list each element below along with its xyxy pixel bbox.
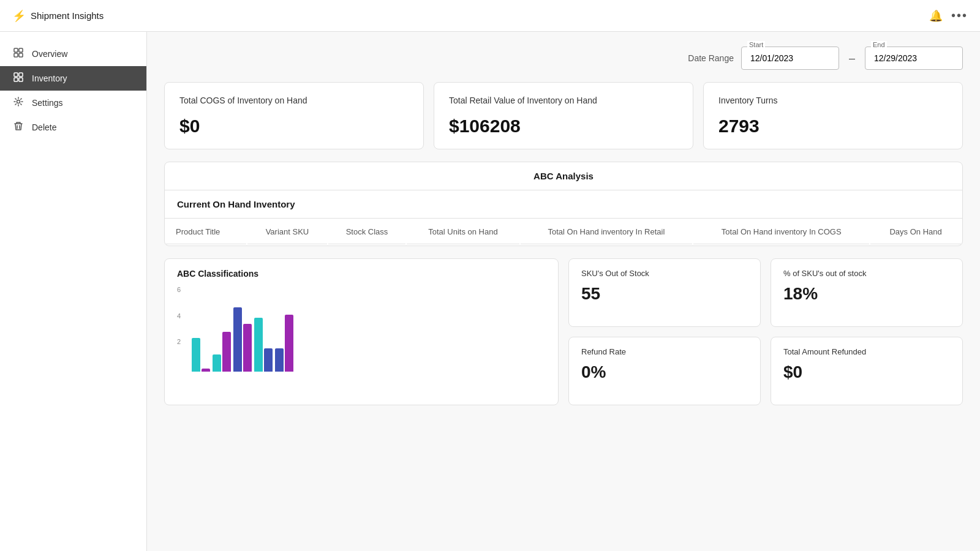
bar-purple-1	[202, 369, 210, 372]
topbar: ⚡ Shipment Insights 🔔 •••	[0, 0, 980, 32]
abc-section-title: ABC Analysis	[165, 162, 962, 190]
bar-purple-3	[243, 324, 252, 372]
start-label: Start	[747, 41, 765, 48]
bar-group-2	[213, 332, 231, 372]
cogs-title: Total COGS of Inventory on Hand	[179, 95, 409, 107]
date-start-group: Start	[741, 47, 839, 70]
refund-rate-title: Refund Rate	[581, 347, 748, 356]
sidebar-item-overview[interactable]: Overview	[0, 42, 146, 66]
svg-rect-3	[19, 53, 23, 57]
main-content: Date Range Start – End Total COGS of Inv…	[147, 32, 980, 551]
svg-rect-6	[14, 78, 18, 81]
stat-card-retail: Total Retail Value of Inventory on Hand …	[434, 82, 693, 149]
sidebar-settings-label: Settings	[32, 98, 63, 108]
col-units-on-hand: Total Units on Hand	[407, 220, 519, 244]
sidebar-delete-label: Delete	[32, 122, 56, 132]
svg-rect-0	[14, 48, 18, 52]
bar-teal-1	[192, 338, 200, 372]
classifications-card: ABC Classifications 6 4 2 0	[164, 258, 559, 405]
stat-card-turns: Inventory Turns 2793	[703, 82, 963, 149]
skus-out-of-stock-card: SKU's Out of Stock 55	[568, 258, 761, 327]
total-refunded-value: $0	[783, 362, 950, 382]
stat-cards-row: Total COGS of Inventory on Hand $0 Total…	[164, 82, 963, 149]
total-refunded-card: Total Amount Refunded $0	[771, 337, 963, 405]
cogs-value: $0	[179, 116, 409, 137]
date-range-label: Date Range	[688, 53, 734, 63]
col-cogs-value: Total On Hand inventory In COGS	[693, 220, 869, 244]
bar-group-3	[233, 307, 252, 372]
y-label-6: 6	[177, 286, 181, 293]
date-end-group: End	[865, 47, 963, 70]
bar-group-1	[192, 338, 210, 372]
abc-sub-header: Current On Hand Inventory	[165, 190, 962, 219]
bar-teal-2	[213, 354, 221, 372]
app-title: Shipment Insights	[31, 10, 104, 21]
topbar-left: ⚡ Shipment Insights	[12, 9, 104, 23]
more-icon[interactable]: •••	[951, 9, 968, 23]
sidebar-overview-label: Overview	[32, 49, 67, 59]
stat-card-cogs: Total COGS of Inventory on Hand $0	[164, 82, 424, 149]
svg-rect-5	[19, 73, 23, 77]
bar-chart-container: 6 4 2 0	[177, 286, 546, 372]
retail-title: Total Retail Value of Inventory on Hand	[449, 95, 678, 107]
svg-rect-2	[14, 53, 18, 57]
date-separator: –	[849, 52, 855, 65]
topbar-actions: 🔔 •••	[929, 9, 968, 23]
bar-blue-4	[264, 348, 273, 372]
bar-purple-2	[222, 332, 231, 372]
sidebar-item-inventory[interactable]: Inventory	[0, 66, 146, 91]
refund-rate-value: 0%	[581, 362, 748, 382]
abc-table: Product Title Variant SKU Stock Class To…	[165, 219, 962, 246]
col-stock-class: Stock Class	[328, 220, 406, 244]
y-axis-labels: 6 4 2 0	[177, 286, 181, 372]
col-variant-sku: Variant SKU	[247, 220, 326, 244]
date-start-input[interactable]	[741, 47, 839, 70]
date-end-input[interactable]	[865, 47, 963, 70]
end-label: End	[871, 41, 887, 48]
svg-rect-1	[19, 48, 23, 52]
bar-group-5	[275, 315, 293, 372]
retail-value: $106208	[449, 116, 678, 137]
percent-value: 18%	[783, 284, 950, 304]
overview-icon	[12, 48, 24, 60]
bar-chart	[192, 286, 546, 372]
date-range-section: Date Range Start – End	[164, 47, 963, 70]
col-product-title: Product Title	[166, 220, 246, 244]
inventory-icon	[12, 72, 24, 84]
turns-value: 2793	[718, 116, 948, 137]
percent-title: % of SKU's out of stock	[783, 269, 950, 278]
y-label-2: 2	[177, 338, 181, 345]
col-retail-value: Total On Hand inventory In Retail	[521, 220, 693, 244]
percent-out-of-stock-card: % of SKU's out of stock 18%	[771, 258, 963, 327]
classifications-title: ABC Classifications	[177, 269, 546, 279]
bar-teal-4	[254, 318, 263, 372]
delete-icon	[12, 121, 24, 133]
turns-title: Inventory Turns	[718, 95, 948, 107]
logo-icon: ⚡	[12, 9, 26, 23]
svg-rect-4	[14, 73, 18, 77]
col-days-on-hand: Days On Hand	[870, 220, 961, 244]
total-refunded-title: Total Amount Refunded	[783, 347, 950, 356]
sidebar-item-delete[interactable]: Delete	[0, 115, 146, 140]
skus-value: 55	[581, 284, 748, 304]
bar-blue-3	[233, 307, 242, 372]
settings-icon	[12, 97, 24, 109]
abc-analysis-section: ABC Analysis Current On Hand Inventory P…	[164, 162, 963, 246]
bottom-grid: ABC Classifications 6 4 2 0	[164, 258, 963, 405]
refund-rate-card: Refund Rate 0%	[568, 337, 761, 405]
bar-purple-5	[285, 315, 293, 372]
bell-icon[interactable]: 🔔	[929, 9, 943, 23]
svg-point-8	[17, 100, 20, 103]
bar-group-4	[254, 318, 273, 372]
svg-rect-7	[19, 78, 23, 81]
skus-title: SKU's Out of Stock	[581, 269, 748, 278]
y-label-4: 4	[177, 312, 181, 320]
bottom-right-stats: SKU's Out of Stock 55 % of SKU's out of …	[568, 258, 963, 405]
sidebar-item-settings[interactable]: Settings	[0, 91, 146, 115]
sidebar-inventory-label: Inventory	[32, 73, 67, 83]
sidebar: Overview Inventory Settings	[0, 32, 147, 551]
bar-blue-5	[275, 348, 284, 372]
layout: Overview Inventory Settings	[0, 32, 980, 551]
